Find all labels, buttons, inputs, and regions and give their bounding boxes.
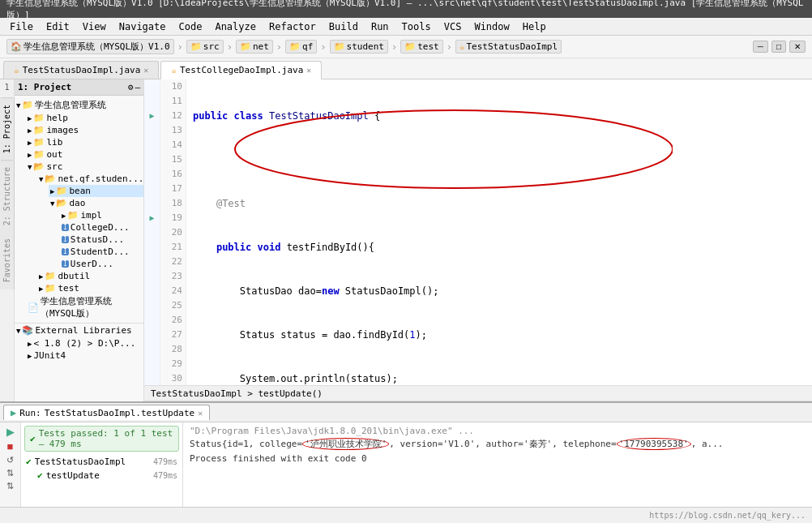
file-breadcrumb[interactable]: ☕ TestStatusDaoImpl [455,40,562,54]
tree-src[interactable]: ▼ 📂 src [26,161,143,173]
folder-icon-student: 📁 [334,41,345,52]
test-main-item[interactable]: ✔ TestStatusDaoImpl 479ms [24,455,179,469]
impl-folder-icon: 📁 [67,210,79,221]
netqf-label: net.qf.studen... [58,174,143,184]
test-sub-time: 479ms [153,471,177,480]
root-label: 学生信息管理系统 [35,99,106,111]
check-icon: ✔ [30,434,36,444]
run-sort-btn[interactable]: ⇅ [6,468,14,478]
gutter-test-1[interactable]: ▶ [144,109,160,123]
tree-dao[interactable]: ▼ 📂 dao [49,197,143,209]
src-label-tree: src [46,161,62,172]
test-sub-label: testUpdate [46,470,100,481]
menu-edit[interactable]: Edit [40,19,76,34]
dbutil-label: dbutil [58,271,90,281]
menu-navigate[interactable]: Navigate [113,19,173,34]
menu-window[interactable]: Window [468,19,515,34]
status-output-text: Status{id=1, college='泸州职业技术学院', version… [190,438,723,450]
menu-file[interactable]: File [3,19,40,34]
qf-label: qf [302,41,313,52]
dbutil-expand: ▶ [39,272,43,281]
run-rerun-btn[interactable]: ↺ [6,455,14,465]
code-line-11 [193,152,812,167]
project-tree: ▼ 📁 学生信息管理系统 ▶ 📁 help ▶ 📁 images [15,96,143,401]
images-folder-icon: 📁 [33,125,45,135]
settings-icon[interactable]: ⚙ [128,82,134,92]
tree-external-libs[interactable]: ▼ 📚 External Libraries [15,323,143,337]
menu-build[interactable]: Build [323,19,365,34]
stripe-icon-1[interactable]: 1 [4,79,9,95]
code-line-15: Status status = dao.findById(1); [193,328,812,342]
folder-icon-net: 📁 [240,41,251,52]
tree-jdk[interactable]: ▶ < 1.8 (2) > D:\P... [26,337,143,349]
run-tab-close[interactable]: ✕ [198,409,203,418]
help-folder-icon: 📁 [33,113,45,123]
test-breadcrumb[interactable]: 📁 test [400,40,443,54]
tree-colleged[interactable]: I CollegeD... [60,221,143,234]
project-breadcrumb[interactable]: 🏠 学生信息管理系统（MYSQL版）V1.0 [6,39,174,54]
tree-studentd[interactable]: I StudentD... [60,246,143,258]
tree-help[interactable]: ▶ 📁 help [26,112,143,124]
tree-root[interactable]: ▼ 📁 学生信息管理系统 ▶ 📁 help ▶ 📁 images [15,97,143,321]
menu-vcs[interactable]: VCS [438,19,468,34]
menu-view[interactable]: View [76,19,113,34]
tree-out[interactable]: ▶ 📁 out [26,148,143,161]
file-label: TestStatusDaoImpl [467,41,558,52]
menu-tools[interactable]: Tools [395,19,438,34]
run-stop-btn[interactable]: ■ [7,440,14,452]
tab-close-2[interactable]: ✕ [306,66,311,75]
menu-run[interactable]: Run [365,19,395,34]
menu-help[interactable]: Help [516,19,553,34]
jdk-expand: ▶ [28,340,32,348]
tab-testcollegedaoimpl[interactable]: ☕ TestCollegeDaoImpl.java ✕ [160,61,322,79]
images-label: images [46,125,79,135]
tree-systemfile[interactable]: 📄 学生信息管理系统（MYSQL版） [26,294,143,320]
side-tab-project[interactable]: 1: Project [1,97,13,160]
project-name: 学生信息管理系统（MYSQL版）V1.0 [24,41,170,53]
close-btn[interactable]: ✕ [789,41,806,53]
dao-label: dao [69,198,85,208]
help-label: help [46,113,68,123]
tree-images[interactable]: ▶ 📁 images [26,124,143,136]
qf-breadcrumb[interactable]: 📁 qf [285,40,317,54]
console-finished: Process finished with exit code 0 [190,453,806,464]
bean-expand: ▶ [50,187,54,195]
title-text: 学生信息管理系统（MYSQL版）V1.0 [D:\IdeaProjects\学生… [6,0,806,21]
tab-teststatusdaoimpl[interactable]: ☕ TestStatusDaoImpl.java ✕ [3,61,159,79]
src-breadcrumb[interactable]: 📁 src [186,40,224,54]
run-tab-active[interactable]: ▶ Run: TestStatusDaoImpl.testUpdate ✕ [3,405,210,420]
tree-statusd[interactable]: I StatusD... [60,234,143,246]
menu-refactor[interactable]: Refactor [263,19,323,34]
side-tab-structure[interactable]: 2: Structure [1,160,13,232]
student-breadcrumb[interactable]: 📁 student [330,40,388,54]
run-sort2-btn[interactable]: ⇅ [6,481,14,491]
gutter-test-2[interactable]: ▶ [144,211,160,225]
tree-netqf[interactable]: ▼ 📂 net.qf.studen... [37,173,143,185]
collapse-icon[interactable]: – [135,82,140,92]
tree-impl[interactable]: ▶ 📁 impl [60,209,143,221]
tree-bean[interactable]: ▶ 📁 bean [49,185,143,197]
menu-code[interactable]: Code [173,19,209,34]
run-panel: ▶ Run: TestStatusDaoImpl.testUpdate ✕ ▶ … [0,401,812,523]
tree-test[interactable]: ▶ 📁 test [37,282,143,294]
code-content[interactable]: public class TestStatusDaoImpl { @Test p… [186,79,812,385]
root-folder-icon: 📁 [22,100,33,110]
tree-dbutil[interactable]: ▶ 📁 dbutil [37,270,143,282]
tree-lib[interactable]: ▶ 📁 lib [26,136,143,148]
maximize-btn[interactable]: □ [771,41,786,53]
run-play-btn[interactable]: ▶ [6,426,15,438]
tab-close-1[interactable]: ✕ [143,66,148,75]
side-tab-favorites[interactable]: Favorites [1,232,13,289]
out-label: out [46,149,62,160]
menu-analyze[interactable]: Analyze [208,19,263,34]
tab-label-2: TestCollegeDaoImpl.java [180,65,303,75]
colleged-icon: I [62,224,69,231]
tree-userd[interactable]: I UserD... [60,258,143,270]
net-breadcrumb[interactable]: 📁 net [236,40,273,54]
help-expand: ▶ [28,114,32,122]
tree-junit4[interactable]: ▶ JUnit4 [26,349,143,362]
code-line-10: public class TestStatusDaoImpl { [193,109,812,123]
minimize-btn[interactable]: ─ [753,41,768,53]
test-sub-item[interactable]: ✔ testUpdate 479ms [36,469,179,482]
line-numbers: 1011121314 1516171819 2021222324 2526272… [160,79,186,385]
